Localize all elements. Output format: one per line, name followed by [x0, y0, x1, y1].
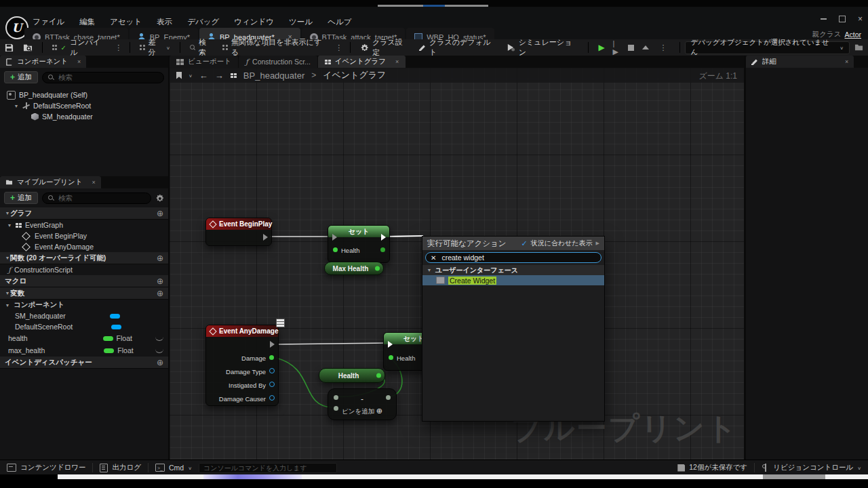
add-macro-icon[interactable]: ⊕ — [157, 277, 163, 286]
exec-in-pin[interactable] — [388, 341, 393, 348]
collapse-arrow-icon[interactable]: ▼ — [5, 211, 10, 216]
console-command-input[interactable] — [199, 463, 337, 473]
action-search-input[interactable] — [440, 253, 596, 262]
class-settings-button[interactable]: クラス設定 — [355, 39, 414, 56]
add-component-button[interactable]: + 追加 — [4, 71, 38, 83]
row-event-anydamage[interactable]: Event AnyDamage — [0, 241, 168, 252]
unsaved-assets-button[interactable]: 12個が未保存です — [671, 460, 754, 475]
close-icon[interactable]: × — [858, 15, 863, 23]
output-log-button[interactable]: 出力ログ — [93, 460, 148, 475]
health-in-pin[interactable] — [389, 355, 393, 360]
action-search[interactable]: ✕ — [425, 252, 601, 263]
menu-tools[interactable]: ツール — [289, 17, 313, 27]
hide-unrelated-button[interactable]: 無関係な項目を非表示にする — [218, 39, 332, 56]
components-tab[interactable]: コンポーネント × — [0, 56, 86, 68]
expand-arrow-icon[interactable]: ▼ — [7, 223, 12, 228]
exec-out-pin[interactable] — [381, 234, 386, 241]
add-function-icon[interactable]: ⊕ — [157, 253, 163, 263]
collapse-arrow-icon[interactable]: ▼ — [5, 291, 10, 296]
value-out-pin[interactable] — [375, 266, 380, 271]
row-var-max-health[interactable]: max_health Float — [0, 344, 168, 357]
play-icon[interactable]: ▶ — [598, 43, 604, 52]
close-icon[interactable]: × — [845, 58, 848, 65]
close-icon[interactable]: × — [77, 58, 81, 65]
section-macros[interactable]: マクロ ⊕ — [0, 275, 168, 287]
health-in-pin[interactable] — [333, 247, 338, 252]
add-variable-icon[interactable]: ⊕ — [157, 289, 163, 298]
damage-type-out-pin[interactable] — [269, 368, 275, 373]
row-var-sm-headquater[interactable]: SM_headquater — [0, 310, 168, 321]
row-eventgraph[interactable]: ▼ EventGraph — [0, 220, 168, 230]
components-search[interactable] — [42, 72, 164, 83]
node-get-health[interactable]: Health — [319, 368, 385, 383]
add-pin-button[interactable]: ピンを追加 ⊕ — [328, 407, 396, 416]
visibility-eye-icon[interactable] — [155, 336, 163, 341]
details-tab[interactable]: 詳細 × — [746, 56, 854, 68]
tree-row-self[interactable]: BP_headquater (Self) — [4, 89, 164, 100]
section-event-dispatchers[interactable]: イベントディスパッチャー ⊕ — [0, 357, 168, 369]
debug-object-select[interactable]: デバッグオブジェクトが選択されていません ∨ — [685, 41, 850, 54]
hide-unrelated-options-icon[interactable]: ⋮ — [332, 43, 345, 52]
my-blueprint-tab[interactable]: マイブループリント × — [0, 176, 101, 188]
section-graphs[interactable]: ▼ グラフ ⊕ — [0, 207, 168, 220]
damage-out-pin[interactable] — [269, 355, 274, 360]
menu-help[interactable]: ヘルプ — [328, 17, 351, 27]
health-out-pin[interactable] — [380, 247, 385, 252]
category-user-interface[interactable]: ▼ ユーザーインターフェース — [422, 265, 604, 275]
compile-button[interactable]: ✓ コンパイル — [47, 39, 112, 56]
tree-row-scene-root[interactable]: ▼ DefaultSceneRoot — [4, 100, 164, 111]
node-set-health-1[interactable]: セット Health — [328, 225, 390, 263]
my-blueprint-search-input[interactable] — [57, 193, 145, 203]
play-options-icon[interactable]: ⋮ — [657, 43, 670, 52]
menu-view[interactable]: 表示 — [157, 17, 172, 27]
add-dispatcher-icon[interactable]: ⊕ — [157, 358, 163, 367]
add-blueprint-item-button[interactable]: + 追加 — [4, 192, 38, 204]
find-button[interactable]: 検索 — [185, 39, 218, 56]
exec-out-pin[interactable] — [263, 234, 268, 241]
node-subtract[interactable]: - ピンを追加 ⊕ — [328, 388, 397, 420]
node-event-anydamage[interactable]: Event AnyDamage Damage Damage Type Insti… — [205, 325, 279, 406]
menu-asset[interactable]: アセット — [110, 17, 142, 27]
filter-gear-icon[interactable] — [155, 194, 164, 203]
tab-event-graph[interactable]: イベントグラフ × — [318, 56, 406, 68]
close-icon[interactable]: × — [92, 179, 95, 186]
stop-icon[interactable] — [628, 45, 633, 51]
exec-in-pin[interactable] — [332, 234, 337, 241]
row-var-defaultsceneroot[interactable]: DefaultSceneRoot — [0, 321, 168, 332]
content-drawer-button[interactable]: コンテンツドロワー — [0, 460, 92, 475]
collapse-arrow-icon[interactable]: ▼ — [5, 256, 10, 260]
menu-window[interactable]: ウィンドウ — [234, 17, 274, 27]
value-out-pin[interactable] — [376, 373, 381, 378]
cmd-selector[interactable]: >_ Cmd ∨ — [149, 460, 199, 475]
visibility-eye-icon[interactable] — [155, 348, 163, 353]
tab-close-icon[interactable]: × — [395, 58, 399, 65]
revision-control-button[interactable]: リビジョンコントロール ∨ — [755, 460, 868, 475]
compile-options-icon[interactable]: ⋮ — [112, 43, 125, 52]
eject-icon[interactable] — [642, 45, 649, 49]
menu-file[interactable]: ファイル — [33, 17, 64, 27]
diff-button[interactable]: 差分 ∨ — [135, 39, 175, 56]
add-graph-icon[interactable]: ⊕ — [157, 209, 163, 218]
clear-search-icon[interactable]: ✕ — [431, 254, 436, 262]
section-variables[interactable]: ▼ 変数 ⊕ — [0, 287, 168, 300]
action-create-widget[interactable]: Create Widget — [422, 275, 604, 285]
save-button[interactable] — [0, 39, 18, 56]
row-construction-script[interactable]: ƒ ConstructionScript — [0, 264, 168, 275]
node-get-max-health[interactable]: Max Health — [324, 262, 384, 275]
collapse-arrow-icon[interactable]: ▼ — [5, 303, 10, 308]
section-functions[interactable]: ▼ 関数 (20 オーバーライド可能) ⊕ — [0, 252, 168, 264]
expand-arrow-icon[interactable]: ▼ — [14, 104, 19, 108]
browse-asset-button[interactable] — [18, 39, 37, 56]
node-event-beginplay[interactable]: Event BeginPlay — [205, 218, 272, 246]
frame-skip-icon[interactable]: |▶ — [613, 39, 620, 56]
instigated-by-out-pin[interactable] — [269, 382, 275, 387]
row-event-beginplay[interactable]: Event BeginPlay — [0, 230, 168, 241]
menu-edit[interactable]: 編集 — [79, 17, 95, 27]
context-sensitive-toggle[interactable]: ✓ 状況に合わせた表示 ▶ — [521, 239, 599, 248]
row-var-health[interactable]: health Float — [0, 332, 168, 344]
menu-debug[interactable]: デバッグ — [187, 17, 219, 27]
maximize-icon[interactable] — [839, 16, 846, 22]
tab-construction-script[interactable]: ƒ Construction Scr... — [239, 56, 317, 68]
tab-viewport[interactable]: ビューポート — [170, 56, 238, 68]
group-components-variables[interactable]: ▼ コンポーネント — [0, 300, 168, 310]
